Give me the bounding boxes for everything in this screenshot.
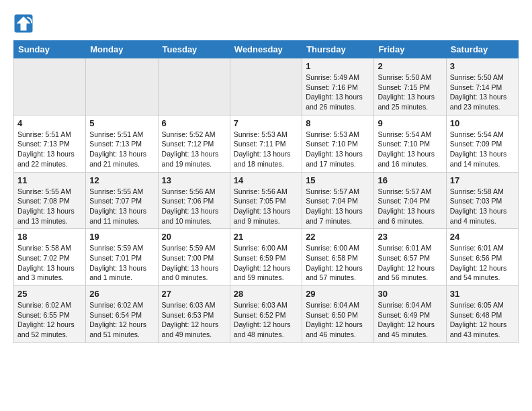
day-cell: 12Sunrise: 5:55 AM Sunset: 7:07 PM Dayli… xyxy=(86,172,158,229)
day-info: Sunrise: 6:03 AM Sunset: 6:52 PM Dayligh… xyxy=(234,300,298,340)
day-info: Sunrise: 5:59 AM Sunset: 7:00 PM Dayligh… xyxy=(162,243,226,283)
day-cell xyxy=(14,58,86,116)
day-cell: 16Sunrise: 5:57 AM Sunset: 7:04 PM Dayli… xyxy=(374,172,446,229)
day-cell: 20Sunrise: 5:59 AM Sunset: 7:00 PM Dayli… xyxy=(158,229,230,286)
day-cell xyxy=(86,58,158,116)
calendar: SundayMondayTuesdayWednesdayThursdayFrid… xyxy=(13,40,519,343)
day-number: 22 xyxy=(306,232,370,242)
day-number: 18 xyxy=(17,232,82,242)
day-number: 8 xyxy=(306,118,370,128)
day-info: Sunrise: 6:00 AM Sunset: 6:58 PM Dayligh… xyxy=(306,243,370,283)
day-cell xyxy=(158,58,230,116)
day-number: 3 xyxy=(450,61,515,71)
day-cell: 25Sunrise: 6:02 AM Sunset: 6:55 PM Dayli… xyxy=(14,286,86,343)
day-info: Sunrise: 5:52 AM Sunset: 7:12 PM Dayligh… xyxy=(162,130,226,169)
day-cell: 9Sunrise: 5:54 AM Sunset: 7:10 PM Daylig… xyxy=(374,115,446,172)
day-info: Sunrise: 5:59 AM Sunset: 7:01 PM Dayligh… xyxy=(89,243,154,283)
day-number: 11 xyxy=(17,175,82,185)
weekday-header-thursday: Thursday xyxy=(302,41,374,58)
day-cell: 17Sunrise: 5:58 AM Sunset: 7:03 PM Dayli… xyxy=(446,172,518,229)
day-info: Sunrise: 5:56 AM Sunset: 7:05 PM Dayligh… xyxy=(234,187,298,226)
day-info: Sunrise: 5:55 AM Sunset: 7:07 PM Dayligh… xyxy=(89,187,154,226)
day-number: 27 xyxy=(162,289,226,299)
day-number: 13 xyxy=(162,175,226,185)
week-row-4: 18Sunrise: 5:58 AM Sunset: 7:02 PM Dayli… xyxy=(14,229,519,286)
day-number: 28 xyxy=(234,289,298,299)
day-info: Sunrise: 6:00 AM Sunset: 6:59 PM Dayligh… xyxy=(234,243,298,283)
day-info: Sunrise: 6:01 AM Sunset: 6:57 PM Dayligh… xyxy=(378,243,442,283)
day-cell: 30Sunrise: 6:04 AM Sunset: 6:49 PM Dayli… xyxy=(374,286,446,343)
day-info: Sunrise: 5:53 AM Sunset: 7:11 PM Dayligh… xyxy=(234,130,298,169)
day-info: Sunrise: 5:56 AM Sunset: 7:06 PM Dayligh… xyxy=(162,187,226,226)
day-info: Sunrise: 5:50 AM Sunset: 7:15 PM Dayligh… xyxy=(378,73,442,112)
day-cell: 31Sunrise: 6:05 AM Sunset: 6:48 PM Dayli… xyxy=(446,286,518,343)
weekday-header-wednesday: Wednesday xyxy=(230,41,302,58)
week-row-5: 25Sunrise: 6:02 AM Sunset: 6:55 PM Dayli… xyxy=(14,286,519,343)
day-cell xyxy=(230,58,302,116)
day-number: 21 xyxy=(234,232,298,242)
day-cell: 14Sunrise: 5:56 AM Sunset: 7:05 PM Dayli… xyxy=(230,172,302,229)
day-number: 29 xyxy=(306,289,370,299)
day-number: 30 xyxy=(378,289,442,299)
day-cell: 27Sunrise: 6:03 AM Sunset: 6:53 PM Dayli… xyxy=(158,286,230,343)
day-cell: 11Sunrise: 5:55 AM Sunset: 7:08 PM Dayli… xyxy=(14,172,86,229)
day-info: Sunrise: 5:51 AM Sunset: 7:13 PM Dayligh… xyxy=(89,130,154,169)
weekday-header-sunday: Sunday xyxy=(14,41,86,58)
weekday-header-saturday: Saturday xyxy=(446,41,518,58)
day-number: 1 xyxy=(306,61,370,71)
day-number: 15 xyxy=(306,175,370,185)
day-number: 17 xyxy=(450,175,515,185)
day-info: Sunrise: 6:01 AM Sunset: 6:56 PM Dayligh… xyxy=(450,243,515,283)
day-info: Sunrise: 5:58 AM Sunset: 7:02 PM Dayligh… xyxy=(17,243,82,283)
day-cell: 21Sunrise: 6:00 AM Sunset: 6:59 PM Dayli… xyxy=(230,229,302,286)
day-info: Sunrise: 5:51 AM Sunset: 7:13 PM Dayligh… xyxy=(17,130,82,169)
day-info: Sunrise: 5:58 AM Sunset: 7:03 PM Dayligh… xyxy=(450,187,515,226)
day-cell: 5Sunrise: 5:51 AM Sunset: 7:13 PM Daylig… xyxy=(86,115,158,172)
day-info: Sunrise: 6:04 AM Sunset: 6:49 PM Dayligh… xyxy=(378,300,442,340)
day-cell: 18Sunrise: 5:58 AM Sunset: 7:02 PM Dayli… xyxy=(14,229,86,286)
day-number: 20 xyxy=(162,232,226,242)
day-number: 2 xyxy=(378,61,442,71)
day-number: 6 xyxy=(162,118,226,128)
day-number: 7 xyxy=(234,118,298,128)
logo-icon xyxy=(13,13,34,34)
day-number: 24 xyxy=(450,232,515,242)
day-number: 12 xyxy=(89,175,154,185)
day-cell: 8Sunrise: 5:53 AM Sunset: 7:10 PM Daylig… xyxy=(302,115,374,172)
day-cell: 10Sunrise: 5:54 AM Sunset: 7:09 PM Dayli… xyxy=(446,115,518,172)
day-number: 9 xyxy=(378,118,442,128)
day-cell: 15Sunrise: 5:57 AM Sunset: 7:04 PM Dayli… xyxy=(302,172,374,229)
day-info: Sunrise: 6:03 AM Sunset: 6:53 PM Dayligh… xyxy=(162,300,226,340)
day-number: 5 xyxy=(89,118,154,128)
day-cell: 29Sunrise: 6:04 AM Sunset: 6:50 PM Dayli… xyxy=(302,286,374,343)
day-cell: 4Sunrise: 5:51 AM Sunset: 7:13 PM Daylig… xyxy=(14,115,86,172)
day-cell: 7Sunrise: 5:53 AM Sunset: 7:11 PM Daylig… xyxy=(230,115,302,172)
day-info: Sunrise: 6:04 AM Sunset: 6:50 PM Dayligh… xyxy=(306,300,370,340)
day-number: 16 xyxy=(378,175,442,185)
day-number: 14 xyxy=(234,175,298,185)
day-cell: 22Sunrise: 6:00 AM Sunset: 6:58 PM Dayli… xyxy=(302,229,374,286)
day-cell: 6Sunrise: 5:52 AM Sunset: 7:12 PM Daylig… xyxy=(158,115,230,172)
day-info: Sunrise: 5:54 AM Sunset: 7:10 PM Dayligh… xyxy=(378,130,442,169)
day-info: Sunrise: 5:50 AM Sunset: 7:14 PM Dayligh… xyxy=(450,73,515,112)
day-info: Sunrise: 5:49 AM Sunset: 7:16 PM Dayligh… xyxy=(306,73,370,112)
day-cell: 13Sunrise: 5:56 AM Sunset: 7:06 PM Dayli… xyxy=(158,172,230,229)
day-cell: 1Sunrise: 5:49 AM Sunset: 7:16 PM Daylig… xyxy=(302,58,374,116)
day-cell: 23Sunrise: 6:01 AM Sunset: 6:57 PM Dayli… xyxy=(374,229,446,286)
day-info: Sunrise: 5:57 AM Sunset: 7:04 PM Dayligh… xyxy=(306,187,370,226)
day-number: 25 xyxy=(17,289,82,299)
day-number: 10 xyxy=(450,118,515,128)
day-number: 26 xyxy=(89,289,154,299)
day-cell: 24Sunrise: 6:01 AM Sunset: 6:56 PM Dayli… xyxy=(446,229,518,286)
day-cell: 26Sunrise: 6:02 AM Sunset: 6:54 PM Dayli… xyxy=(86,286,158,343)
day-number: 31 xyxy=(450,289,515,299)
week-row-2: 4Sunrise: 5:51 AM Sunset: 7:13 PM Daylig… xyxy=(14,115,519,172)
weekday-header-tuesday: Tuesday xyxy=(158,41,230,58)
day-info: Sunrise: 5:57 AM Sunset: 7:04 PM Dayligh… xyxy=(378,187,442,226)
day-cell: 3Sunrise: 5:50 AM Sunset: 7:14 PM Daylig… xyxy=(446,58,518,116)
day-info: Sunrise: 5:53 AM Sunset: 7:10 PM Dayligh… xyxy=(306,130,370,169)
week-row-3: 11Sunrise: 5:55 AM Sunset: 7:08 PM Dayli… xyxy=(14,172,519,229)
day-info: Sunrise: 6:02 AM Sunset: 6:55 PM Dayligh… xyxy=(17,300,82,340)
day-cell: 2Sunrise: 5:50 AM Sunset: 7:15 PM Daylig… xyxy=(374,58,446,116)
logo xyxy=(13,13,36,34)
